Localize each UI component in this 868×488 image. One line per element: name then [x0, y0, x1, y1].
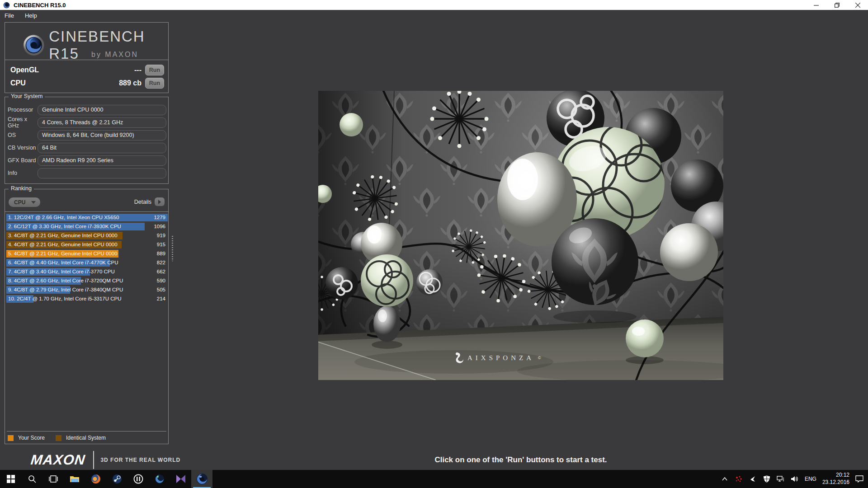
cb-version-field: 64 Bit: [38, 143, 166, 153]
divider: [5, 211, 168, 212]
restore-button[interactable]: [826, 0, 847, 10]
render-scene: [318, 91, 723, 380]
menu-file[interactable]: File: [0, 11, 19, 20]
rank-row[interactable]: 9. 4C/8T @ 2.79 GHz, Intel Core i7-3840Q…: [6, 286, 168, 294]
tray-pointer-icon[interactable]: [749, 475, 757, 483]
close-button[interactable]: [847, 0, 868, 10]
opengl-score: ---: [134, 66, 142, 74]
info-field: [38, 168, 166, 178]
maxon-tagline: 3D FOR THE REAL WORLD: [100, 457, 180, 463]
system-tray: ENG 20:12 23.12.2016: [721, 470, 868, 488]
info-label: Info: [8, 170, 38, 176]
file-explorer-icon[interactable]: [64, 470, 85, 488]
divider: [7, 431, 166, 432]
opengl-run-button[interactable]: Run: [145, 65, 164, 75]
identical-system-legend-label: Identical System: [66, 435, 106, 441]
status-message: Click on one of the 'Run' buttons to sta…: [318, 455, 723, 465]
divider: [93, 451, 94, 469]
rank-row[interactable]: 4. 4C/8T @ 2.21 GHz, Genuine Intel CPU 0…: [6, 241, 168, 249]
steam-icon[interactable]: [106, 470, 127, 488]
minimize-button[interactable]: [806, 0, 826, 10]
processor-field: Genuine Intel CPU 0000: [38, 105, 166, 115]
processor-label: Processor: [8, 107, 38, 113]
details-button[interactable]: [155, 197, 165, 206]
cpu-label: CPU: [10, 79, 26, 87]
ranking-list: 1. 12C/24T @ 2.66 GHz, Intel Xeon CPU X5…: [6, 214, 168, 304]
score-legend: Your Score Identical System: [8, 435, 112, 441]
app-logo-subtitle: by MAXON: [91, 51, 138, 59]
tray-language-indicator[interactable]: ENG: [805, 476, 816, 482]
rank-row[interactable]: 3. 4C/8T @ 2.21 GHz, Genuine Intel CPU 0…: [6, 232, 168, 239]
tray-red-dots-icon[interactable]: [735, 475, 743, 483]
ranking-title: Ranking: [9, 185, 34, 192]
title-bar: CINEBENCH R15.0: [0, 0, 868, 10]
os-field: Windows 8, 64 Bit, Core (build 9200): [38, 130, 166, 141]
cpu-run-button[interactable]: Run: [145, 78, 164, 89]
render-preview-image: AIXSPONZA ©: [318, 91, 723, 380]
taskbar: ENG 20:12 23.12.2016: [0, 470, 868, 488]
cinebench-taskbar-icon[interactable]: [191, 470, 212, 488]
chevron-down-icon: [31, 201, 36, 204]
cores-label: Cores x GHz: [8, 116, 38, 129]
chevron-right-icon: [158, 200, 161, 204]
identical-system-swatch: [56, 435, 61, 441]
render-credit: AIXSPONZA ©: [454, 352, 590, 364]
tray-defender-shield-icon[interactable]: [763, 475, 771, 483]
tray-volume-icon[interactable]: [791, 475, 799, 483]
your-score-swatch: [8, 435, 14, 441]
cinebench-app-icon: [3, 2, 10, 9]
your-score-legend-label: Your Score: [18, 435, 45, 441]
cb-version-label: CB Version: [8, 145, 38, 151]
menu-help[interactable]: Help: [20, 11, 42, 20]
search-icon[interactable]: [21, 470, 42, 488]
menu-bar: File Help: [0, 10, 42, 21]
action-center-icon[interactable]: [855, 475, 863, 483]
tray-network-icon[interactable]: [777, 475, 785, 483]
media-app-icon[interactable]: [127, 470, 149, 488]
firefox-icon[interactable]: [85, 470, 106, 488]
logo-panel: CINEBENCH R15 by MAXON OpenGL --- Run CP…: [5, 22, 169, 93]
window-title: CINEBENCH R15.0: [14, 2, 66, 9]
player-bowtie-app-icon[interactable]: [170, 470, 191, 488]
tray-chevron-up-icon[interactable]: [721, 475, 729, 483]
ranking-filter-value: CPU: [14, 199, 25, 206]
panel-splitter-handle[interactable]: [172, 236, 173, 261]
tray-date: 23.12.2016: [822, 479, 849, 486]
copyright-mark: ©: [538, 356, 541, 360]
rank-row[interactable]: 6. 4C/8T @ 4.40 GHz, Intel Core i7-4770K…: [6, 259, 168, 267]
rank-row[interactable]: 10. 2C/4T @ 1.70 GHz, Intel Core i5-3317…: [6, 295, 168, 303]
tray-clock[interactable]: 20:12 23.12.2016: [822, 472, 849, 486]
details-label: Details: [134, 199, 151, 205]
your-system-title: Your System: [9, 93, 45, 99]
maxon-footer: MAXON 3D FOR THE REAL WORLD: [31, 451, 180, 469]
rank-row[interactable]: 2. 6C/12T @ 3.30 GHz, Intel Core i7-3930…: [6, 223, 168, 230]
gfx-board-label: GFX Board: [8, 157, 38, 164]
start-button[interactable]: [0, 470, 21, 488]
os-label: OS: [8, 132, 38, 138]
cpu-score: 889 cb: [119, 79, 142, 87]
maxon-logo: MAXON: [30, 452, 86, 468]
divider: [5, 60, 168, 60]
cores-field: 4 Cores, 8 Threads @ 2.21 GHz: [38, 117, 166, 128]
your-system-panel: Your System Processor Genuine Intel CPU …: [5, 97, 169, 184]
blue-swirl-app-icon[interactable]: [149, 470, 170, 488]
task-view-icon[interactable]: [42, 470, 64, 488]
rank-row[interactable]: 8. 4C/8T @ 2.60 GHz, Intel Core i7-3720Q…: [6, 277, 168, 285]
aixsponza-wordmark: AIXSPONZA: [467, 354, 534, 362]
rank-row[interactable]: 7. 4C/8T @ 3.40 GHz, Intel Core i7-3770 …: [6, 268, 168, 276]
tray-time: 20:12: [822, 472, 849, 479]
gfx-board-field: AMD Radeon R9 200 Series: [38, 155, 166, 166]
aixsponza-swan-icon: [454, 352, 464, 364]
cinebench-logo-icon: [23, 33, 44, 57]
rank-row[interactable]: 1. 12C/24T @ 2.66 GHz, Intel Xeon CPU X5…: [6, 214, 168, 221]
rank-row-your-score[interactable]: 5. 4C/8T @ 2.21 GHz, Genuine Intel CPU 0…: [6, 250, 168, 258]
opengl-label: OpenGL: [10, 66, 39, 74]
ranking-panel: Ranking CPU Details 1. 12C/24T @ 2.66 GH…: [5, 189, 169, 444]
ranking-filter-dropdown[interactable]: CPU: [9, 197, 40, 207]
